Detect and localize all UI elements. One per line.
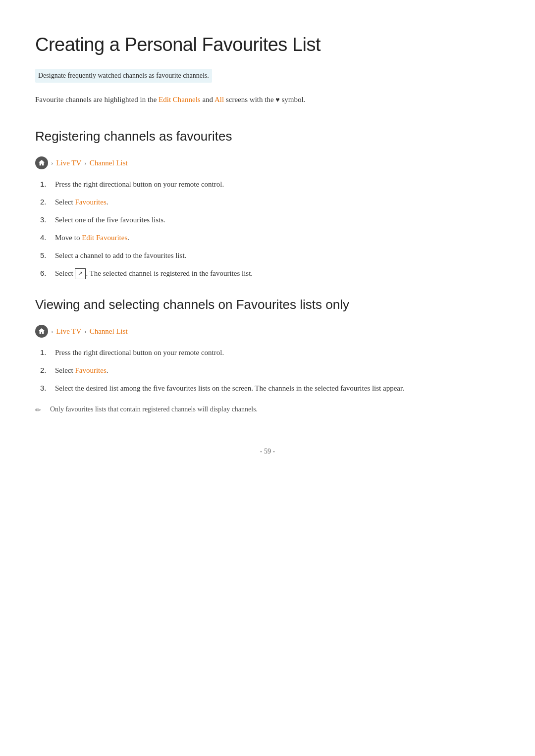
section1-title: Registering channels as favourites: [35, 126, 500, 147]
home-icon: [35, 156, 48, 169]
chevron-icon-4: ›: [84, 326, 86, 337]
heart-symbol: ♥: [275, 96, 279, 103]
step-text: Select a channel to add to the favourite…: [55, 250, 500, 261]
favourites-link-2[interactable]: Favourites: [75, 366, 106, 374]
intro-before-link1: Favourite channels are highlighted in th…: [35, 96, 159, 103]
step-text-before: Select: [55, 366, 75, 374]
list-item: 1. Press the right directional button on…: [40, 347, 500, 358]
home-svg-2: [38, 328, 45, 335]
home-icon-2: [35, 325, 48, 338]
step-text: Select Favourites.: [55, 364, 500, 376]
live-tv-link-2[interactable]: Live TV: [56, 325, 81, 337]
step-number: 3.: [40, 382, 55, 394]
step-text-before: Select: [55, 198, 75, 206]
step-text-after: .: [107, 366, 108, 374]
step-number: 3.: [40, 214, 55, 226]
box-icon: ↗: [75, 268, 86, 279]
note-row: ✏ Only favourites lists that contain reg…: [35, 404, 500, 416]
intro-between: and: [201, 96, 214, 103]
section2-breadcrumb: › Live TV › Channel List: [35, 325, 500, 338]
channel-list-link-2[interactable]: Channel List: [90, 325, 128, 337]
step-text: Select the desired list among the five f…: [55, 382, 500, 394]
step-number: 2.: [40, 196, 55, 208]
list-item: 2. Select Favourites.: [40, 364, 500, 376]
step-number: 5.: [40, 250, 55, 261]
step-text-after: .: [127, 234, 129, 242]
step-text: Select one of the five favourites lists.: [55, 214, 500, 226]
all-link[interactable]: All: [214, 96, 224, 103]
step-number: 1.: [40, 178, 55, 190]
intro-end: symbol.: [281, 96, 305, 103]
step-text: Select Favourites.: [55, 196, 500, 208]
page-title: Creating a Personal Favourites List: [35, 30, 500, 60]
edit-channels-link[interactable]: Edit Channels: [159, 96, 201, 103]
list-item: 3. Select one of the five favourites lis…: [40, 214, 500, 226]
intro-paragraph: Favourite channels are highlighted in th…: [35, 94, 500, 106]
section2-title: Viewing and selecting channels on Favour…: [35, 295, 500, 315]
subtitle-text: Designate frequently watched channels as…: [35, 69, 212, 83]
channel-list-link-1[interactable]: Channel List: [90, 157, 128, 169]
section1-steps-list: 1. Press the right directional button on…: [40, 178, 500, 280]
live-tv-link-1[interactable]: Live TV: [56, 157, 81, 169]
page-number: - 59 -: [260, 448, 275, 455]
chevron-icon-1: ›: [51, 158, 53, 168]
pencil-icon: ✏: [35, 405, 45, 416]
favourites-link-1[interactable]: Favourites: [75, 198, 106, 206]
step-text: Press the right directional button on yo…: [55, 178, 500, 190]
step-number: 1.: [40, 347, 55, 358]
note-text: Only favourites lists that contain regis…: [50, 404, 258, 415]
intro-after: screens with the: [224, 96, 273, 103]
list-item: 3. Select the desired list among the fiv…: [40, 382, 500, 394]
list-item: 5. Select a channel to add to the favour…: [40, 250, 500, 261]
list-item: 1. Press the right directional button on…: [40, 178, 500, 190]
page-footer: - 59 -: [35, 446, 500, 457]
step-number: 2.: [40, 364, 55, 376]
list-item: 2. Select Favourites.: [40, 196, 500, 208]
list-item: 4. Move to Edit Favourites.: [40, 232, 500, 244]
step-text: Press the right directional button on yo…: [55, 347, 500, 358]
step-text: Move to Edit Favourites.: [55, 232, 500, 244]
section1-breadcrumb: › Live TV › Channel List: [35, 156, 500, 169]
chevron-icon-2: ›: [84, 158, 86, 168]
step-text-after: .: [107, 198, 108, 206]
step-number: 4.: [40, 232, 55, 244]
list-item: 6. Select ↗. The selected channel is reg…: [40, 267, 500, 280]
step-text-after: . The selected channel is registered in …: [86, 269, 253, 277]
step-text-before: Select: [55, 269, 75, 277]
step-number: 6.: [40, 267, 55, 279]
step-text: Select ↗. The selected channel is regist…: [55, 267, 500, 280]
home-svg: [38, 159, 45, 166]
chevron-icon-3: ›: [51, 326, 53, 337]
section2-steps-list: 1. Press the right directional button on…: [40, 347, 500, 394]
step-text-before: Move to: [55, 234, 82, 242]
edit-favourites-link[interactable]: Edit Favourites: [82, 234, 127, 242]
